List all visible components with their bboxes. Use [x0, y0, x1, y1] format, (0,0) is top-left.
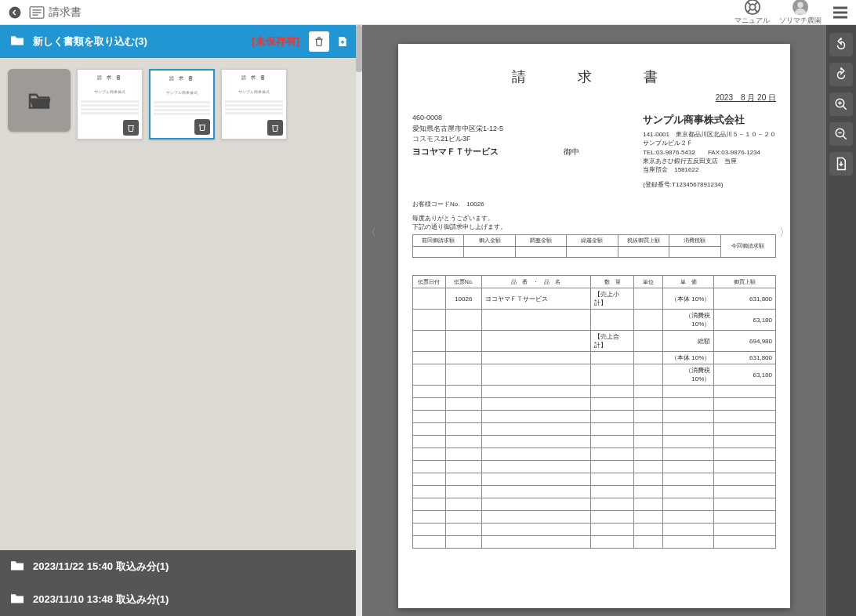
detail-table: 伝票日付 伝票No. 品 番 ・ 品 名 数 量 単位 単 価 御買上額 100…	[412, 275, 776, 549]
next-page-button[interactable]: 〉	[779, 221, 790, 245]
page-title: 請求書	[49, 5, 82, 20]
rotate-left-button[interactable]	[829, 33, 853, 56]
table-row	[413, 461, 776, 473]
batch-label: 2023/11/22 15:40 取込み分(1)	[33, 560, 353, 574]
table-row	[413, 448, 776, 461]
table-row: （本体 10%）631,800	[413, 352, 776, 364]
document-viewer[interactable]: 〈 〉 請 求 書 2023 8 月 20 日 460-0008 愛知県名古屋市…	[362, 25, 826, 616]
delete-all-button[interactable]	[309, 31, 329, 52]
table-row	[413, 511, 776, 524]
table-row	[413, 498, 776, 511]
table-row	[413, 486, 776, 498]
table-row	[413, 473, 776, 486]
sender-reg-no: (登録番号:T1234567891234)	[643, 180, 776, 189]
svg-line-9	[747, 9, 750, 13]
table-row	[413, 524, 776, 536]
svg-line-7	[747, 2, 750, 5]
prev-page-button[interactable]: 〈	[365, 221, 376, 245]
svg-point-6	[749, 4, 755, 9]
zoom-in-button[interactable]	[829, 92, 853, 116]
table-row	[413, 411, 776, 423]
folder-icon	[9, 559, 25, 574]
table-row	[413, 398, 776, 411]
unsaved-badge: [未保存有]	[252, 34, 299, 49]
recipient-name: ヨコヤマＦＴサービス	[412, 147, 499, 156]
thumbnail-2[interactable]: 請 求 書 サンプル商事株式	[149, 69, 215, 140]
new-import-header[interactable]: 新しく書類を取り込む(3) [未保存有]	[0, 25, 362, 58]
document-page: 請 求 書 2023 8 月 20 日 460-0008 愛知県名古屋市中区栄1…	[398, 44, 790, 608]
onchuu: 御中	[564, 146, 579, 158]
sender-building: サンプルビル２Ｆ	[643, 139, 776, 147]
doc-title: 請 求 書	[412, 67, 776, 86]
batch-header-2[interactable]: 2023/11/10 13:48 取込み分(1)	[0, 583, 362, 616]
thumbnail-delete-button[interactable]	[194, 119, 210, 135]
back-button[interactable]	[6, 4, 24, 21]
thumbnail-1[interactable]: 請 求 書 サンプル商事株式	[77, 69, 143, 140]
manual-button[interactable]: マニュアル	[734, 0, 770, 26]
thumbnail-delete-button[interactable]	[123, 120, 139, 136]
table-row	[413, 386, 776, 398]
menu-button[interactable]	[831, 3, 850, 22]
table-row: （消費税 10%）63,180	[413, 310, 776, 331]
customer-code-label: お客様コードNo.	[412, 201, 459, 208]
folder-icon	[9, 592, 25, 607]
thumbnail-3[interactable]: 請 求 書 サンプル商事株式	[221, 69, 287, 140]
zoom-out-button[interactable]	[829, 122, 853, 146]
new-import-label: 新しく書類を取り込む(3)	[33, 34, 252, 49]
recipient-addr2: コスモス21ビル3F	[412, 134, 579, 145]
batch-header-1[interactable]: 2023/11/22 15:40 取込み分(1)	[0, 550, 362, 583]
viewer-toolbar	[826, 25, 856, 616]
sender-account: 当座預金 1581622	[643, 165, 776, 174]
download-button[interactable]	[829, 152, 853, 176]
summary-table: 前回御請求額 御入金額 調整金額 繰越金額 税抜御買上額 消費税額 今回御請求額	[412, 234, 776, 258]
thanks-2: 下記の通り御請求申し上げます。	[412, 223, 776, 231]
scrollbar-track[interactable]	[356, 25, 362, 616]
rotate-right-button[interactable]	[829, 63, 853, 86]
scrollbar-thumb[interactable]	[356, 25, 362, 72]
document-icon	[28, 4, 45, 21]
thumbnail-delete-button[interactable]	[267, 120, 283, 136]
table-row: （消費税 10%）63,180	[413, 364, 776, 386]
thumbnail-panel: 新しく書類を取り込む(3) [未保存有] 請 求 書 サンプル商事株式	[0, 25, 362, 616]
thanks-1: 毎度ありがとうございます。	[412, 215, 776, 223]
sender-zip-addr: 141-0001 東京都品川区北品川５－１０－２０	[643, 130, 776, 139]
folder-open-icon	[9, 34, 25, 49]
add-document-button[interactable]	[8, 69, 71, 132]
table-row: 【売上合計】総額694,980	[413, 331, 776, 352]
svg-line-21	[843, 136, 847, 140]
recipient-addr1: 愛知県名古屋市中区栄1-12-5	[412, 124, 579, 135]
customer-code: 10026	[466, 201, 484, 208]
sender-bank: 東京あさひ銀行五反田支店 当座	[643, 157, 776, 165]
batch-label: 2023/11/10 13:48 取込み分(1)	[33, 592, 353, 607]
sender-tel-fax: TEL:03-9876-5432 FAX:03-9876-1234	[643, 148, 776, 157]
table-row	[413, 436, 776, 448]
sender-company: サンプル商事株式会社	[643, 113, 776, 127]
user-button[interactable]: ソリマチ農園	[779, 0, 822, 26]
table-row	[413, 423, 776, 436]
svg-line-8	[754, 2, 757, 5]
table-row: 10026ヨコヤマＦＴサービス【売上小計】（本体 10%）631,800	[413, 288, 776, 310]
upload-button[interactable]	[332, 31, 353, 52]
table-row	[413, 536, 776, 549]
svg-point-0	[9, 6, 21, 18]
recipient-zip: 460-0008	[412, 113, 579, 124]
svg-line-17	[843, 106, 847, 110]
svg-point-12	[797, 2, 803, 8]
svg-line-10	[754, 9, 757, 13]
doc-date: 2023 8 月 20 日	[412, 92, 776, 103]
